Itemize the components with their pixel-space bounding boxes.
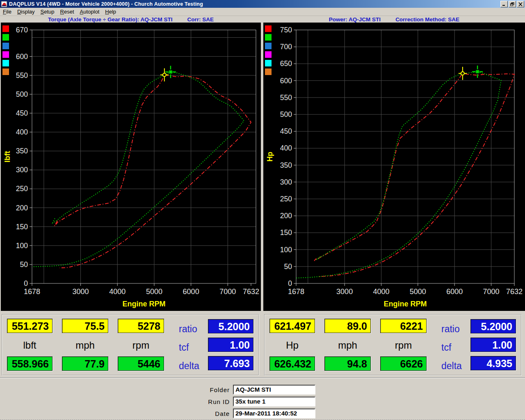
minimize-button[interactable] [500,1,508,7]
power-plot[interactable]: 0501001502002503003504004505005506006507… [263,23,525,311]
speed-cursor2-value: 77.9 [62,356,108,371]
torque-chart-title: Torque (Axle Torque ÷ Gear Ratio): AQ-JC… [48,16,172,23]
y-tick-label: 200 [16,204,28,212]
x-tick-label: 7000 [219,288,236,296]
delta-label: delta [179,361,208,372]
speed-unit-label: mph [324,340,371,353]
y-tick-label: 250 [16,185,28,193]
legend-swatch-4-icon[interactable] [265,60,272,66]
torque-plot[interactable]: 0501001502002503003504004505005506006701… [1,23,261,311]
title-bar[interactable]: DAQPLUS V14 (4WD - Motor Vehicle 2000+40… [0,0,525,8]
legend-swatch-3-icon[interactable] [265,51,272,58]
folder-field[interactable]: AQ-JCM STI [233,385,315,395]
x-tick-label: 5000 [410,288,426,296]
legend-swatch-5-icon[interactable] [265,68,272,75]
tcf-value: 1.00 [470,338,516,352]
rpm-cursor2-value: 6626 [380,356,427,371]
date-field[interactable]: 29-Mar-2011 18:40:52 [233,409,315,418]
menu-item-reset[interactable]: Reset [57,8,77,15]
x-tick-label: 5000 [146,288,162,296]
x-axis-label: Engine RPM [383,300,427,308]
y-tick-label: 300 [16,166,28,174]
speed-unit-label: mph [62,340,108,353]
rpm-cursor2-value: 5446 [118,356,164,371]
y-tick-label: 450 [16,109,28,117]
x-tick-label: 1678 [24,288,40,296]
x-tick-label: 7000 [483,288,500,296]
y-tick-label: 0 [24,279,28,288]
torque-chart-header: Torque (Axle Torque ÷ Gear Ratio): AQ-JC… [1,16,261,23]
y-tick-label: 400 [280,144,292,152]
legend-swatch-1-icon[interactable] [265,34,272,41]
date-label: Date [180,410,230,417]
power-correction-label: Correction Method: SAE [395,16,459,23]
close-icon [518,2,523,6]
power-unit-label: Hp [269,340,315,353]
power-cursor1-value: 621.497 [269,319,315,333]
restore-icon [510,2,514,6]
x-tick-label: 4000 [373,288,389,296]
ratio-label: ratio [179,324,208,335]
power-cursor2-value: 626.432 [269,356,315,371]
rpm-unit-label: rpm [118,340,164,353]
menu-item-help[interactable]: Help [102,8,119,15]
close-button[interactable] [517,1,524,7]
legend-swatch-3-icon[interactable] [2,51,9,58]
run-id-label: Run ID [180,398,230,405]
y-tick-label: 50 [284,262,292,271]
y-tick-label: 750 [280,26,292,34]
x-axis-label: Engine RPM [122,300,165,308]
menu-item-display[interactable]: Display [14,8,38,15]
torque-correction-label: Corr: SAE [187,16,214,23]
tcf-label: tcf [179,342,208,353]
legend-swatch-4-icon[interactable] [2,60,9,66]
y-tick-label: 250 [280,195,292,203]
footer-bar: Folder AQ-JCM STI Run ID 35x tune 1 Date… [0,377,525,420]
delta-value: 7.693 [208,356,253,370]
legend-swatch-1-icon[interactable] [2,34,9,41]
torque-cursor1-value: 551.273 [7,319,52,333]
lbft-series-run-green [32,72,244,267]
legend-swatch-0-icon[interactable] [265,25,272,32]
y-tick-label: 100 [16,242,28,250]
legend-swatch-5-icon[interactable] [2,68,9,75]
power-chart-panel: 0501001502002503003504004505005506006507… [263,23,525,311]
x-tick-label: 1678 [288,288,304,296]
y-tick-label: 150 [16,223,28,231]
y-axis-label: Hp [266,152,274,162]
app-window: DAQPLUS V14 (4WD - Motor Vehicle 2000+40… [0,0,525,420]
restore-button[interactable] [509,1,516,7]
run-id-field[interactable]: 35x tune 1 [233,397,315,406]
torque-data-panel: 551.273 75.5 5278 lbft mph rpm 558.966 7… [2,314,259,376]
legend-swatch-0-icon[interactable] [2,25,9,32]
x-tick-label: 7632 [243,288,259,296]
y-axis-label: lbft [3,151,11,162]
plot-border [296,30,514,283]
menu-item-autoplot[interactable]: Autoplot [77,8,103,15]
lbft-series-run-red [55,75,251,268]
y-tick-label: 550 [280,94,292,102]
rpm-unit-label: rpm [380,340,427,353]
torque-unit-label: lbft [7,340,52,353]
tcf-label: tcf [441,342,470,353]
ratio-value: 5.2000 [470,319,516,333]
folder-label: Folder [180,386,230,393]
torque-cursor2-value: 558.966 [7,356,52,371]
hp-series-run-green [296,72,501,278]
menu-item-setup[interactable]: Setup [38,8,57,15]
y-tick-label: 600 [280,77,292,85]
y-tick-label: 350 [280,161,292,169]
menu-item-file[interactable]: File [0,8,14,15]
legend-swatch-2-icon[interactable] [2,43,9,49]
y-tick-label: 450 [280,127,292,135]
power-data-panel: 621.497 89.0 6221 Hp mph rpm 626.432 94.… [264,314,522,376]
y-tick-label: 700 [280,43,292,51]
green-cursor-marker[interactable] [472,66,483,78]
y-tick-label: 650 [280,59,292,68]
yellow-cursor-marker[interactable] [160,68,169,82]
yellow-cursor-marker[interactable] [459,67,467,80]
y-tick-label: 300 [280,178,292,186]
legend-swatch-2-icon[interactable] [265,43,272,49]
y-tick-label: 400 [16,128,28,136]
y-tick-label: 0 [288,279,292,288]
